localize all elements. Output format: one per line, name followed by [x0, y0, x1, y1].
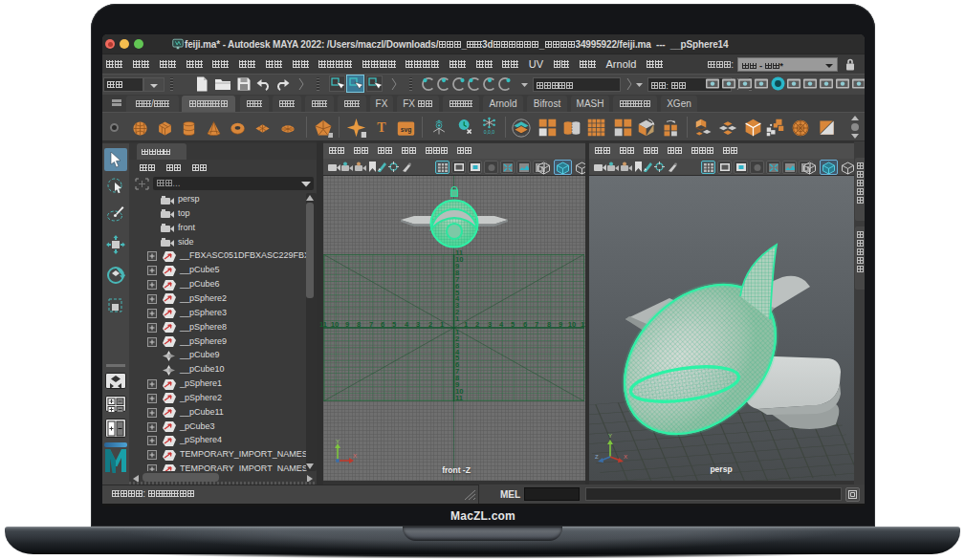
svg-text:Y: Y	[608, 433, 612, 439]
svg-text:X: X	[624, 454, 627, 460]
svg-text:X: X	[353, 453, 357, 459]
svg-text:persp: persp	[710, 464, 732, 474]
svg-text:T: T	[377, 120, 386, 135]
svg-text:Y: Y	[336, 440, 340, 444]
svg-text:svg: svg	[401, 126, 412, 134]
svg-text:0,0,0: 0,0,0	[484, 129, 495, 135]
svg-text:Z: Z	[595, 454, 599, 460]
